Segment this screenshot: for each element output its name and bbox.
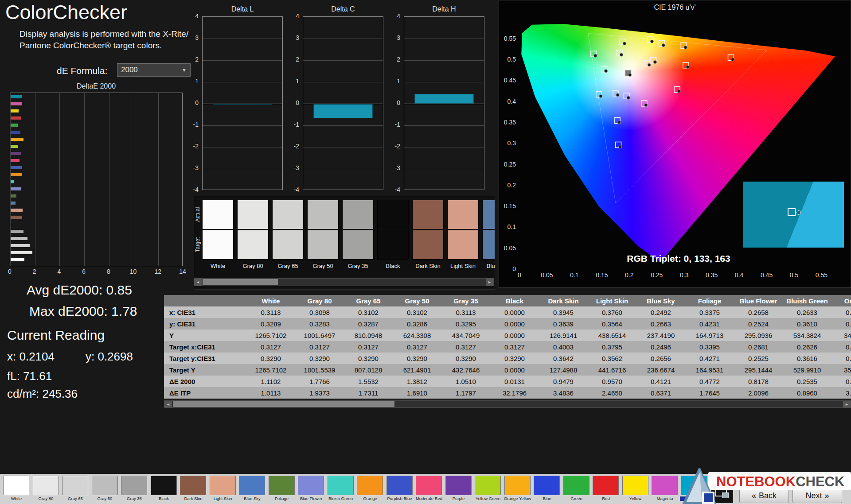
table-cell: 358.801	[831, 364, 851, 376]
patch-tile-purple[interactable]: Purple	[445, 475, 473, 503]
table-cell: 0.3127	[393, 341, 441, 353]
patch-tile-blue[interactable]: Blue	[533, 475, 561, 503]
table-cell: 0.6371	[636, 387, 685, 399]
table-cell: 0.2658	[734, 306, 783, 318]
comparison-scrollbar-thumb[interactable]	[203, 279, 278, 285]
patch-tile-gray-35[interactable]: Gray 35	[121, 475, 148, 503]
patch-tile-label: Blue Flower	[297, 496, 326, 501]
current-xy-stat: x: 0.2104 y: 0.2698	[7, 350, 133, 364]
table-cell: 0.3287	[344, 318, 393, 330]
deltae-bar-bluish-green	[11, 180, 14, 183]
patch-tile-magenta[interactable]: Magenta	[651, 475, 679, 503]
patch-tile-green[interactable]: Green	[563, 475, 591, 503]
deltae-bar-black	[11, 223, 12, 226]
delta-bar-delta-c	[313, 104, 373, 118]
table-cell: 0.3283	[295, 318, 344, 330]
patch-tile-color	[445, 476, 472, 495]
compare-swatch-target-light-skin	[447, 230, 479, 260]
patch-tile-gray-50[interactable]: Gray 50	[91, 475, 119, 503]
table-cell: 0.4772	[685, 376, 734, 387]
table-cell: 0.3760	[588, 306, 636, 318]
patch-tile-label: Magenta	[650, 496, 679, 501]
cie-measured-blue-flower	[627, 96, 630, 99]
compare-swatch-target-gray-65	[272, 230, 304, 260]
scroll-left-icon[interactable]: ◄	[194, 279, 202, 286]
patch-tile-color	[652, 476, 678, 495]
table-cell: 0.9353	[831, 376, 851, 387]
table-scrollbar-thumb[interactable]	[173, 401, 394, 407]
table-row-y-cie31: y: CIE310.32890.32830.32870.32860.32950.…	[164, 318, 851, 330]
delta-y-tick: -3	[183, 164, 199, 171]
patch-tile-cyan[interactable]: Cyan	[681, 475, 709, 503]
table-cell: 0.4063	[831, 353, 851, 364]
window-inner-icon	[722, 492, 729, 498]
delta-bar-delta-l	[213, 104, 272, 105]
table-row--e-itp: ΔE ITP1.01131.93731.73111.69101.179732.1…	[164, 387, 851, 399]
table-row-target-x-cie31: Target x:CIE310.31270.31270.31270.31270.…	[164, 341, 851, 353]
table-cell: 0.3098	[295, 306, 344, 318]
pattern-window-button[interactable]	[711, 484, 733, 503]
patch-tile-white[interactable]: White	[3, 475, 31, 503]
deltae-bar-moderate-red	[11, 159, 20, 162]
patch-tile-yellow-green[interactable]: Yellow Green	[474, 475, 502, 503]
compare-swatch-actual-light-skin	[447, 200, 479, 229]
table-col-gray-35: Gray 35	[441, 295, 490, 306]
patch-tile-foliage[interactable]: Foliage	[268, 475, 296, 503]
patch-tile-dark-skin[interactable]: Dark Skin	[180, 475, 207, 503]
table-cell: 0.4121	[636, 376, 685, 387]
cie-measured-bluish-green	[605, 70, 608, 73]
compare-swatch-target-blue-sky	[482, 230, 495, 260]
table-cell: 0.3127	[441, 341, 490, 353]
patch-tile-purplish-blue[interactable]: Purplish Blue	[386, 475, 414, 503]
compare-swatch-actual-gray-80	[237, 200, 269, 229]
table-scrollbar[interactable]: ◄ ►	[164, 400, 851, 408]
comparison-scrollbar[interactable]: ◄ ►	[194, 278, 494, 286]
patch-tile-orange-yellow[interactable]: Orange Yellow	[504, 475, 532, 503]
page-title: ColorChecker	[5, 1, 127, 24]
current-color-patch	[743, 182, 844, 248]
back-button[interactable]: « Back	[739, 488, 789, 503]
table-col-foliage: Foliage	[685, 295, 734, 306]
patch-tile-orange[interactable]: Orange	[356, 475, 384, 503]
table-cell: 0.3290	[441, 353, 490, 364]
compare-swatch-actual-gray-35	[342, 200, 374, 229]
table-col-white: White	[246, 295, 295, 306]
patch-tile-label: Foliage	[267, 496, 297, 501]
next-button[interactable]: Next »	[792, 488, 842, 503]
de-formula-select[interactable]: 2000 ▼	[117, 63, 191, 77]
table-cell: 534.3824	[783, 330, 831, 341]
patch-tile-color	[3, 476, 29, 495]
table-cell: 0.4072	[831, 318, 851, 330]
table-cell: 0.3290	[490, 353, 539, 364]
patch-tile-red[interactable]: Red	[592, 475, 620, 503]
patch-tile-label: Gray 35	[120, 496, 149, 501]
patch-tile-blue-sky[interactable]: Blue Sky	[238, 475, 266, 503]
table-cell: 2.0096	[734, 387, 783, 399]
patch-tile-color	[386, 476, 413, 495]
measurement-table-wrapper: WhiteGray 80Gray 65Gray 50Gray 35BlackDa…	[164, 295, 851, 399]
patch-tile-label: Yellow	[621, 496, 650, 501]
delta-chart-title-delta-l: Delta L	[202, 5, 283, 13]
scroll-left-icon[interactable]: ◄	[164, 401, 172, 407]
scroll-right-icon[interactable]: ►	[486, 279, 493, 286]
cie-measured-yellow	[650, 40, 653, 43]
deltae-bar-gray-35	[11, 230, 23, 233]
patch-tile-moderate-red[interactable]: Moderate Red	[415, 475, 443, 503]
deltae-bar-orange	[11, 173, 22, 176]
patch-tile-gray-80[interactable]: Gray 80	[32, 475, 60, 503]
cie-measured-cyan	[599, 95, 602, 98]
patch-tile-gray-65[interactable]: Gray 65	[62, 475, 90, 503]
scroll-right-icon[interactable]: ►	[843, 401, 851, 407]
patch-tile-light-skin[interactable]: Light Skin	[209, 475, 237, 503]
table-cell: 2.4650	[588, 387, 636, 399]
patch-tile-yellow[interactable]: Yellow	[622, 475, 650, 503]
patch-tile-label: Yellow Green	[473, 496, 503, 501]
table-cell: 0.2681	[734, 341, 783, 353]
table-cell: 0.9479	[539, 376, 588, 387]
table-cell: 0.0000	[490, 318, 539, 330]
patch-tile-blue-flower[interactable]: Blue Flower	[297, 475, 325, 503]
patch-tile-label: Orange	[355, 496, 385, 501]
patch-tile-bluish-green[interactable]: Bluish Green	[327, 475, 355, 503]
patch-tile-black[interactable]: Black	[150, 475, 178, 503]
table-cell: 0.3375	[685, 306, 734, 318]
